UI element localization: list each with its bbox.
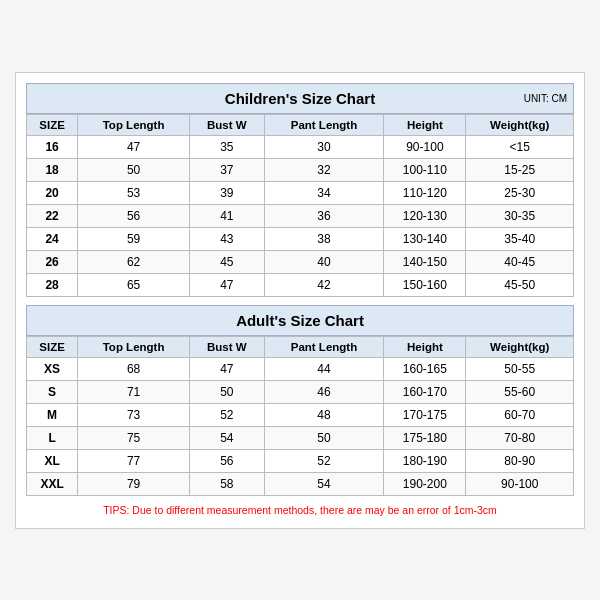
table-cell: 52 [264, 449, 384, 472]
adults-title: Adult's Size Chart [26, 305, 574, 336]
table-cell: 45-50 [466, 273, 574, 296]
table-cell: 56 [78, 204, 190, 227]
table-row: XS684744160-16550-55 [27, 357, 574, 380]
table-cell: 32 [264, 158, 384, 181]
table-cell: 36 [264, 204, 384, 227]
table-cell: 71 [78, 380, 190, 403]
table-cell: L [27, 426, 78, 449]
table-cell: 75 [78, 426, 190, 449]
table-row: M735248170-17560-70 [27, 403, 574, 426]
table-cell: 47 [78, 135, 190, 158]
table-cell: 56 [189, 449, 264, 472]
table-cell: 24 [27, 227, 78, 250]
tips-text: TIPS: Due to different measurement metho… [26, 502, 574, 518]
table-row: 26624540140-15040-45 [27, 250, 574, 273]
table-row: 24594338130-14035-40 [27, 227, 574, 250]
table-cell: 170-175 [384, 403, 466, 426]
table-cell: 43 [189, 227, 264, 250]
table-cell: 50 [189, 380, 264, 403]
table-cell: 30 [264, 135, 384, 158]
table-cell: S [27, 380, 78, 403]
children-header-row: SIZE Top Length Bust W Pant Length Heigh… [27, 114, 574, 135]
table-cell: 34 [264, 181, 384, 204]
adults-tbody: XS684744160-16550-55S715046160-17055-60M… [27, 357, 574, 495]
table-cell: 73 [78, 403, 190, 426]
table-cell: 175-180 [384, 426, 466, 449]
table-cell: 53 [78, 181, 190, 204]
children-title: Children's Size Chart UNIT: CM [26, 83, 574, 114]
table-cell: 20 [27, 181, 78, 204]
children-col-toplength: Top Length [78, 114, 190, 135]
table-cell: 160-165 [384, 357, 466, 380]
adults-col-weight: Weight(kg) [466, 336, 574, 357]
table-cell: XXL [27, 472, 78, 495]
table-row: 1647353090-100<15 [27, 135, 574, 158]
table-cell: 190-200 [384, 472, 466, 495]
adults-header-row: SIZE Top Length Bust W Pant Length Heigh… [27, 336, 574, 357]
table-cell: 90-100 [384, 135, 466, 158]
table-cell: 70-80 [466, 426, 574, 449]
table-cell: 35-40 [466, 227, 574, 250]
table-cell: 130-140 [384, 227, 466, 250]
table-cell: 47 [189, 273, 264, 296]
adults-col-pantlength: Pant Length [264, 336, 384, 357]
table-row: 20533934110-12025-30 [27, 181, 574, 204]
table-cell: 54 [189, 426, 264, 449]
table-cell: XL [27, 449, 78, 472]
adults-col-toplength: Top Length [78, 336, 190, 357]
children-col-bustw: Bust W [189, 114, 264, 135]
table-cell: 47 [189, 357, 264, 380]
table-cell: 140-150 [384, 250, 466, 273]
table-cell: 68 [78, 357, 190, 380]
table-cell: 59 [78, 227, 190, 250]
table-cell: 41 [189, 204, 264, 227]
table-cell: XS [27, 357, 78, 380]
table-row: XXL795854190-20090-100 [27, 472, 574, 495]
adults-thead: SIZE Top Length Bust W Pant Length Heigh… [27, 336, 574, 357]
table-cell: 50 [78, 158, 190, 181]
table-row: 22564136120-13030-35 [27, 204, 574, 227]
table-row: 18503732100-11015-25 [27, 158, 574, 181]
children-tbody: 1647353090-100<1518503732100-11015-25205… [27, 135, 574, 296]
table-cell: 15-25 [466, 158, 574, 181]
table-row: 28654742150-16045-50 [27, 273, 574, 296]
table-cell: 37 [189, 158, 264, 181]
children-thead: SIZE Top Length Bust W Pant Length Heigh… [27, 114, 574, 135]
adults-col-bustw: Bust W [189, 336, 264, 357]
table-cell: 150-160 [384, 273, 466, 296]
table-cell: 18 [27, 158, 78, 181]
table-cell: 38 [264, 227, 384, 250]
children-table: SIZE Top Length Bust W Pant Length Heigh… [26, 114, 574, 297]
children-title-text: Children's Size Chart [225, 90, 375, 107]
table-cell: 40 [264, 250, 384, 273]
table-cell: 62 [78, 250, 190, 273]
adults-title-text: Adult's Size Chart [236, 312, 364, 329]
table-cell: 55-60 [466, 380, 574, 403]
children-col-pantlength: Pant Length [264, 114, 384, 135]
table-cell: 58 [189, 472, 264, 495]
chart-container: Children's Size Chart UNIT: CM SIZE Top … [15, 72, 585, 529]
adults-col-size: SIZE [27, 336, 78, 357]
children-col-height: Height [384, 114, 466, 135]
table-cell: 79 [78, 472, 190, 495]
adults-table: SIZE Top Length Bust W Pant Length Heigh… [26, 336, 574, 496]
table-cell: 25-30 [466, 181, 574, 204]
table-cell: 77 [78, 449, 190, 472]
table-cell: 48 [264, 403, 384, 426]
table-cell: 65 [78, 273, 190, 296]
table-cell: 45 [189, 250, 264, 273]
table-cell: 100-110 [384, 158, 466, 181]
table-cell: 180-190 [384, 449, 466, 472]
table-row: XL775652180-19080-90 [27, 449, 574, 472]
adults-col-height: Height [384, 336, 466, 357]
table-cell: 26 [27, 250, 78, 273]
table-cell: <15 [466, 135, 574, 158]
children-col-size: SIZE [27, 114, 78, 135]
table-cell: 110-120 [384, 181, 466, 204]
table-cell: 39 [189, 181, 264, 204]
unit-label: UNIT: CM [524, 93, 567, 104]
table-cell: 50-55 [466, 357, 574, 380]
children-col-weight: Weight(kg) [466, 114, 574, 135]
table-cell: 30-35 [466, 204, 574, 227]
table-cell: 16 [27, 135, 78, 158]
